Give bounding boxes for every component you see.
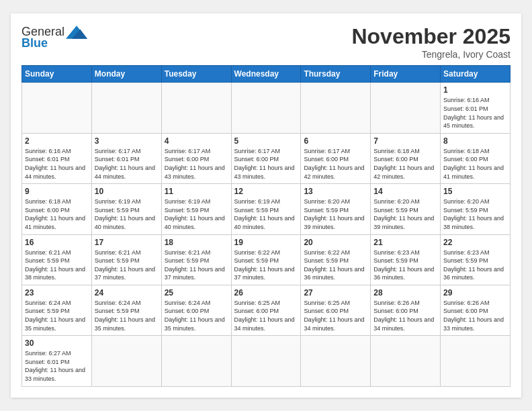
day-cell-30: 30Sunrise: 6:27 AMSunset: 6:01 PMDayligh… — [22, 336, 92, 386]
day-info: Sunrise: 6:26 AMSunset: 6:00 PMDaylight:… — [443, 299, 507, 332]
day-info: Sunrise: 6:19 AMSunset: 5:59 PMDaylight:… — [234, 197, 298, 231]
day-number: 2 — [25, 136, 89, 146]
day-cell-17: 17Sunrise: 6:21 AMSunset: 5:59 PMDayligh… — [91, 234, 161, 285]
empty-cell — [371, 336, 441, 386]
month-title: November 2025 — [351, 24, 511, 49]
day-info: Sunrise: 6:24 AMSunset: 6:00 PMDaylight:… — [165, 299, 228, 332]
day-number: 19 — [234, 238, 298, 247]
day-cell-5: 5Sunrise: 6:17 AMSunset: 6:00 PMDaylight… — [231, 133, 301, 183]
day-cell-7: 7Sunrise: 6:18 AMSunset: 6:00 PMDaylight… — [371, 133, 441, 183]
day-info: Sunrise: 6:25 AMSunset: 6:00 PMDaylight:… — [234, 299, 298, 332]
day-info: Sunrise: 6:26 AMSunset: 6:00 PMDaylight:… — [373, 299, 437, 332]
logo-icon — [66, 26, 87, 39]
day-info: Sunrise: 6:20 AMSunset: 5:59 PMDaylight:… — [304, 197, 367, 231]
day-info: Sunrise: 6:18 AMSunset: 6:00 PMDaylight:… — [443, 147, 507, 181]
day-info: Sunrise: 6:21 AMSunset: 5:59 PMDaylight:… — [95, 248, 159, 282]
week-row-4: 16Sunrise: 6:21 AMSunset: 5:59 PMDayligh… — [22, 234, 511, 285]
day-cell-29: 29Sunrise: 6:26 AMSunset: 6:00 PMDayligh… — [441, 285, 511, 335]
day-number: 14 — [373, 187, 437, 196]
day-number: 5 — [234, 136, 298, 146]
day-cell-20: 20Sunrise: 6:22 AMSunset: 5:59 PMDayligh… — [301, 234, 371, 285]
header-saturday: Saturday — [441, 66, 511, 83]
day-number: 18 — [165, 238, 228, 247]
week-row-6: 30Sunrise: 6:27 AMSunset: 6:01 PMDayligh… — [22, 336, 511, 386]
day-cell-26: 26Sunrise: 6:25 AMSunset: 6:00 PMDayligh… — [231, 285, 301, 335]
logo: General Blue — [21, 24, 87, 50]
week-row-2: 2Sunrise: 6:16 AMSunset: 6:01 PMDaylight… — [22, 133, 511, 183]
day-number: 28 — [373, 288, 437, 298]
day-info: Sunrise: 6:25 AMSunset: 6:00 PMDaylight:… — [304, 299, 367, 332]
header-monday: Monday — [91, 66, 161, 83]
week-row-5: 23Sunrise: 6:24 AMSunset: 5:59 PMDayligh… — [22, 285, 511, 335]
day-cell-15: 15Sunrise: 6:20 AMSunset: 5:59 PMDayligh… — [441, 184, 511, 234]
day-cell-22: 22Sunrise: 6:23 AMSunset: 5:59 PMDayligh… — [441, 234, 511, 285]
day-number: 17 — [95, 238, 159, 247]
day-cell-4: 4Sunrise: 6:17 AMSunset: 6:00 PMDaylight… — [161, 133, 231, 183]
header-thursday: Thursday — [301, 66, 371, 83]
day-number: 10 — [95, 187, 159, 196]
title-block: November 2025 Tengrela, Ivory Coast — [351, 24, 511, 60]
empty-cell — [161, 83, 231, 133]
empty-cell — [301, 336, 371, 386]
empty-cell — [371, 83, 441, 133]
day-number: 9 — [25, 187, 89, 196]
day-number: 13 — [304, 187, 367, 196]
day-number: 25 — [165, 288, 228, 298]
day-number: 29 — [443, 288, 507, 298]
day-number: 4 — [165, 136, 228, 146]
day-cell-13: 13Sunrise: 6:20 AMSunset: 5:59 PMDayligh… — [301, 184, 371, 234]
day-info: Sunrise: 6:18 AMSunset: 6:00 PMDaylight:… — [373, 147, 437, 181]
day-cell-10: 10Sunrise: 6:19 AMSunset: 5:59 PMDayligh… — [91, 184, 161, 234]
day-cell-24: 24Sunrise: 6:24 AMSunset: 5:59 PMDayligh… — [91, 285, 161, 335]
day-info: Sunrise: 6:20 AMSunset: 5:59 PMDaylight:… — [443, 197, 507, 231]
day-cell-12: 12Sunrise: 6:19 AMSunset: 5:59 PMDayligh… — [231, 184, 301, 234]
day-info: Sunrise: 6:22 AMSunset: 5:59 PMDaylight:… — [234, 248, 298, 282]
day-info: Sunrise: 6:16 AMSunset: 6:01 PMDaylight:… — [25, 147, 89, 181]
week-row-1: 1Sunrise: 6:16 AMSunset: 6:01 PMDaylight… — [22, 83, 511, 133]
calendar-table: Sunday Monday Tuesday Wednesday Thursday… — [21, 65, 511, 386]
empty-cell — [22, 83, 92, 133]
empty-cell — [91, 336, 161, 386]
day-info: Sunrise: 6:17 AMSunset: 6:01 PMDaylight:… — [95, 147, 159, 181]
logo-blue-text: Blue — [21, 36, 48, 50]
day-number: 3 — [95, 136, 159, 146]
day-number: 11 — [165, 187, 228, 196]
empty-cell — [231, 83, 301, 133]
day-number: 23 — [25, 288, 89, 298]
day-number: 15 — [443, 187, 507, 196]
calendar-container: General Blue November 2025 Tengrela, Ivo… — [11, 13, 521, 397]
day-number: 21 — [373, 238, 437, 247]
day-info: Sunrise: 6:22 AMSunset: 5:59 PMDaylight:… — [304, 248, 367, 282]
day-info: Sunrise: 6:18 AMSunset: 6:00 PMDaylight:… — [25, 197, 89, 231]
day-info: Sunrise: 6:24 AMSunset: 5:59 PMDaylight:… — [95, 299, 159, 332]
day-number: 27 — [304, 288, 367, 298]
header-wednesday: Wednesday — [231, 66, 301, 83]
day-number: 26 — [234, 288, 298, 298]
header-friday: Friday — [371, 66, 441, 83]
day-cell-18: 18Sunrise: 6:21 AMSunset: 5:59 PMDayligh… — [161, 234, 231, 285]
day-number: 7 — [373, 136, 437, 146]
day-cell-25: 25Sunrise: 6:24 AMSunset: 6:00 PMDayligh… — [161, 285, 231, 335]
day-info: Sunrise: 6:19 AMSunset: 5:59 PMDaylight:… — [95, 197, 159, 231]
day-number: 16 — [25, 238, 89, 247]
day-cell-2: 2Sunrise: 6:16 AMSunset: 6:01 PMDaylight… — [22, 133, 92, 183]
day-info: Sunrise: 6:23 AMSunset: 5:59 PMDaylight:… — [443, 248, 507, 282]
day-cell-3: 3Sunrise: 6:17 AMSunset: 6:01 PMDaylight… — [91, 133, 161, 183]
day-cell-1: 1Sunrise: 6:16 AMSunset: 6:01 PMDaylight… — [441, 83, 511, 133]
week-row-3: 9Sunrise: 6:18 AMSunset: 6:00 PMDaylight… — [22, 184, 511, 234]
day-cell-9: 9Sunrise: 6:18 AMSunset: 6:00 PMDaylight… — [22, 184, 92, 234]
day-info: Sunrise: 6:27 AMSunset: 6:01 PMDaylight:… — [25, 349, 89, 383]
empty-cell — [231, 336, 301, 386]
day-info: Sunrise: 6:17 AMSunset: 6:00 PMDaylight:… — [165, 147, 228, 181]
day-number: 1 — [443, 85, 507, 95]
day-number: 24 — [95, 288, 159, 298]
weekday-header-row: Sunday Monday Tuesday Wednesday Thursday… — [22, 66, 511, 83]
day-info: Sunrise: 6:23 AMSunset: 5:59 PMDaylight:… — [373, 248, 437, 282]
empty-cell — [441, 336, 511, 386]
day-info: Sunrise: 6:20 AMSunset: 5:59 PMDaylight:… — [373, 197, 437, 231]
header-tuesday: Tuesday — [161, 66, 231, 83]
day-cell-6: 6Sunrise: 6:17 AMSunset: 6:00 PMDaylight… — [301, 133, 371, 183]
day-info: Sunrise: 6:21 AMSunset: 5:59 PMDaylight:… — [165, 248, 228, 282]
location-title: Tengrela, Ivory Coast — [351, 49, 511, 60]
day-info: Sunrise: 6:16 AMSunset: 6:01 PMDaylight:… — [443, 96, 507, 130]
